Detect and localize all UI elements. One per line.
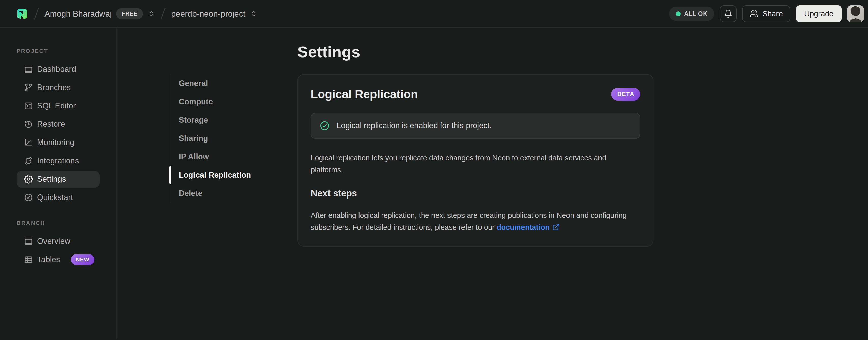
- card-title: Logical Replication: [311, 87, 418, 101]
- settings-subnav: General Compute Storage Sharing IP Allow…: [170, 74, 254, 203]
- neon-logo[interactable]: [16, 7, 29, 20]
- project-section-label: PROJECT: [17, 48, 100, 54]
- top-header: Amogh Bharadwaj FREE peerdb-neon-project…: [0, 0, 868, 28]
- monitoring-icon: [24, 138, 33, 147]
- new-badge: NEW: [71, 254, 94, 265]
- overview-icon: [24, 237, 33, 246]
- org-name: Amogh Bharadwaj: [44, 9, 112, 19]
- org-plan-badge: FREE: [116, 8, 143, 19]
- sidebar-item-restore[interactable]: Restore: [17, 116, 100, 133]
- share-button[interactable]: Share: [742, 5, 790, 22]
- tables-icon: [24, 255, 33, 264]
- documentation-link-label: documentation: [497, 223, 550, 231]
- org-breadcrumb[interactable]: Amogh Bharadwaj FREE: [44, 8, 155, 19]
- card-description: Logical replication lets you replicate d…: [311, 152, 640, 176]
- breadcrumb-divider: [34, 8, 39, 20]
- next-steps-text-body: After enabling logical replication, the …: [311, 211, 627, 231]
- external-link-icon: [552, 223, 560, 231]
- alert-text: Logical replication is enabled for this …: [337, 121, 492, 130]
- bell-icon: [724, 9, 733, 18]
- breadcrumb-divider: [161, 8, 165, 20]
- sidebar-item-label: Overview: [37, 237, 70, 246]
- sidebar-item-monitoring[interactable]: Monitoring: [17, 134, 100, 151]
- documentation-link[interactable]: documentation: [497, 223, 560, 231]
- logical-replication-card: Logical Replication BETA Logical replica…: [298, 74, 653, 247]
- sql-editor-icon: [24, 101, 33, 110]
- share-button-label: Share: [763, 9, 783, 18]
- project-breadcrumb[interactable]: peerdb-neon-project: [171, 9, 257, 19]
- branches-icon: [24, 83, 33, 92]
- next-steps-heading: Next steps: [311, 188, 640, 199]
- project-name: peerdb-neon-project: [171, 9, 245, 19]
- sidebar-item-label: Restore: [37, 120, 65, 129]
- status-badge[interactable]: ALL OK: [669, 7, 714, 21]
- settings-tab-ip-allow[interactable]: IP Allow: [170, 148, 254, 166]
- sidebar-item-label: Quickstart: [37, 193, 73, 202]
- beta-badge: BETA: [611, 88, 640, 101]
- restore-icon: [24, 120, 33, 129]
- sidebar-item-settings[interactable]: Settings: [17, 171, 100, 188]
- sidebar: PROJECT Dashboard Branches: [0, 28, 117, 339]
- upgrade-button[interactable]: Upgrade: [796, 5, 842, 22]
- status-ok-dot: [676, 11, 681, 16]
- quickstart-check-icon: [24, 193, 33, 202]
- page-title: Settings: [298, 43, 653, 61]
- user-avatar[interactable]: [847, 5, 864, 22]
- check-circle-icon: [319, 120, 330, 131]
- success-alert: Logical replication is enabled for this …: [311, 113, 640, 139]
- sidebar-item-integrations[interactable]: Integrations: [17, 152, 100, 169]
- sidebar-item-label: Settings: [37, 175, 66, 184]
- settings-tab-general[interactable]: General: [170, 74, 254, 93]
- settings-tab-storage[interactable]: Storage: [170, 111, 254, 129]
- settings-tab-delete[interactable]: Delete: [170, 184, 254, 203]
- sidebar-item-label: Dashboard: [37, 65, 76, 74]
- users-icon: [750, 9, 758, 18]
- status-label: ALL OK: [684, 10, 708, 17]
- dashboard-icon: [24, 65, 33, 74]
- chevron-sort-icon[interactable]: [250, 10, 257, 18]
- sidebar-item-quickstart[interactable]: Quickstart: [17, 189, 100, 206]
- sidebar-item-dashboard[interactable]: Dashboard: [17, 61, 100, 78]
- sidebar-item-label: Tables: [37, 255, 60, 264]
- settings-tab-sharing[interactable]: Sharing: [170, 129, 254, 148]
- settings-tab-compute[interactable]: Compute: [170, 93, 254, 111]
- settings-tab-logical-replication[interactable]: Logical Replication: [170, 166, 254, 184]
- sidebar-item-label: SQL Editor: [37, 101, 76, 110]
- sidebar-item-tables[interactable]: Tables NEW: [17, 251, 100, 268]
- sidebar-item-label: Monitoring: [37, 138, 74, 147]
- sidebar-item-label: Branches: [37, 83, 71, 92]
- branch-section-label: BRANCH: [17, 220, 100, 226]
- integrations-icon: [24, 156, 33, 165]
- sidebar-item-label: Integrations: [37, 156, 79, 165]
- main-content: Settings Logical Replication BETA Logica…: [298, 28, 653, 247]
- settings-gear-icon: [24, 175, 33, 184]
- notifications-button[interactable]: [720, 5, 737, 22]
- sidebar-item-branches[interactable]: Branches: [17, 79, 100, 96]
- chevron-sort-icon[interactable]: [148, 10, 155, 18]
- sidebar-item-overview[interactable]: Overview: [17, 233, 100, 250]
- next-steps-text: After enabling logical replication, the …: [311, 209, 640, 233]
- sidebar-item-sql-editor[interactable]: SQL Editor: [17, 97, 100, 114]
